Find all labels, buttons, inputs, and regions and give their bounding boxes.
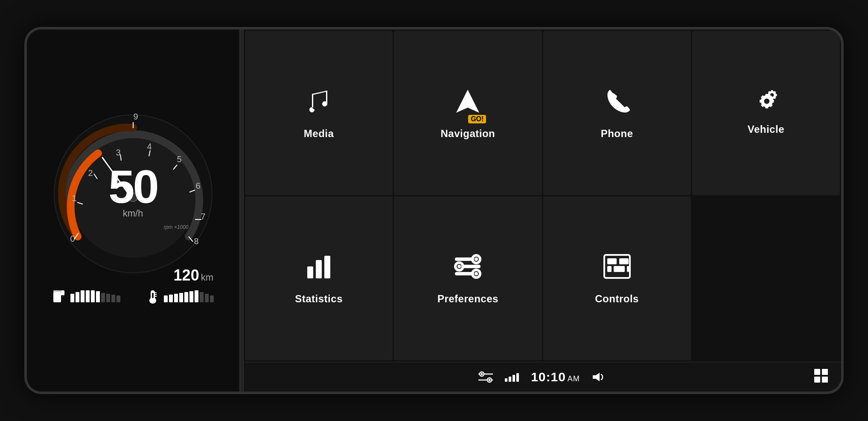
status-time: 10:10AM	[531, 370, 580, 384]
svg-rect-35	[324, 256, 330, 278]
svg-rect-27	[53, 290, 61, 292]
menu-item-navigation[interactable]: GO! Navigation	[394, 31, 542, 195]
menu-item-phone[interactable]: Phone	[543, 31, 691, 195]
svg-rect-62	[814, 377, 820, 383]
svg-point-52	[481, 373, 483, 375]
svg-text:5: 5	[177, 155, 181, 164]
svg-text:4: 4	[147, 142, 151, 151]
temp-gauge	[146, 289, 214, 304]
gauge-container: 0 1 2 3 4 5 6 7 8 9	[52, 113, 214, 275]
controls-label: Controls	[595, 293, 639, 305]
svg-text:1: 1	[72, 193, 76, 203]
divider	[240, 29, 244, 392]
menu-grid: Media GO! Navigation	[244, 29, 841, 362]
speed-display: 50 km/h	[108, 163, 157, 219]
menu-item-controls[interactable]: Controls	[543, 196, 691, 361]
svg-rect-26	[61, 290, 64, 295]
preferences-label: Preferences	[437, 293, 498, 305]
vehicle-label: Vehicle	[748, 123, 784, 135]
menu-grid-area: Media GO! Navigation	[244, 29, 841, 392]
controls-icon	[602, 251, 632, 285]
device-frame: 0 1 2 3 4 5 6 7 8 9	[24, 27, 844, 394]
svg-rect-34	[316, 260, 322, 278]
svg-rect-61	[822, 369, 828, 375]
svg-rect-50	[627, 266, 629, 272]
grid-icon[interactable]	[814, 368, 828, 386]
volume-icon[interactable]	[592, 371, 606, 383]
svg-rect-48	[607, 266, 612, 272]
gears-icon	[751, 86, 781, 116]
svg-text:8: 8	[194, 237, 198, 246]
svg-marker-59	[593, 373, 600, 381]
temp-bars	[164, 290, 214, 302]
svg-rect-63	[822, 377, 828, 383]
svg-rect-47	[619, 258, 629, 264]
main-area: 0 1 2 3 4 5 6 7 8 9	[27, 29, 841, 392]
svg-point-44	[475, 272, 478, 275]
fuel-icon	[52, 289, 66, 304]
phone-icon	[602, 86, 632, 120]
phone-label: Phone	[601, 128, 633, 140]
svg-text:0: 0	[70, 234, 75, 243]
rpm-label: rpm ×1000	[164, 224, 189, 230]
go-badge: GO!	[468, 115, 486, 123]
svg-point-38	[475, 257, 478, 261]
svg-text:3: 3	[116, 148, 120, 157]
gauges-bottom	[27, 289, 239, 304]
svg-point-41	[457, 265, 461, 268]
svg-text:7: 7	[201, 212, 205, 221]
statistics-label: Statistics	[295, 293, 343, 305]
status-bar-items: 10:10AM	[478, 370, 606, 384]
svg-rect-60	[814, 369, 820, 375]
status-bar: 10:10AM	[244, 362, 841, 392]
svg-text:9: 9	[133, 113, 138, 121]
svg-text:2: 2	[88, 168, 93, 178]
navigation-icon: GO!	[453, 86, 483, 120]
fuel-bars	[70, 290, 120, 302]
svg-rect-29	[152, 293, 154, 298]
media-label: Media	[304, 128, 334, 140]
svg-rect-33	[307, 266, 313, 278]
signal-icon	[505, 372, 519, 382]
svg-rect-46	[607, 258, 617, 264]
menu-item-statistics[interactable]: Statistics	[245, 196, 393, 361]
menu-item-vehicle[interactable]: Vehicle	[692, 31, 840, 195]
svg-rect-49	[614, 266, 625, 272]
fuel-gauge	[52, 289, 120, 304]
statistics-icon	[304, 251, 334, 285]
menu-item-preferences[interactable]: Preferences	[394, 196, 542, 361]
music-icon	[304, 86, 334, 120]
speed-value: 50	[108, 163, 157, 210]
navigation-label: Navigation	[441, 128, 495, 140]
svg-point-56	[489, 379, 491, 381]
svg-point-28	[61, 295, 64, 298]
settings-status-icon[interactable]	[478, 371, 493, 383]
preferences-icon	[453, 251, 483, 285]
menu-item-media[interactable]: Media	[245, 31, 393, 195]
temp-icon	[146, 289, 160, 304]
svg-rect-25	[53, 292, 61, 302]
svg-text:6: 6	[195, 181, 200, 190]
instrument-cluster: 0 1 2 3 4 5 6 7 8 9	[27, 29, 240, 392]
